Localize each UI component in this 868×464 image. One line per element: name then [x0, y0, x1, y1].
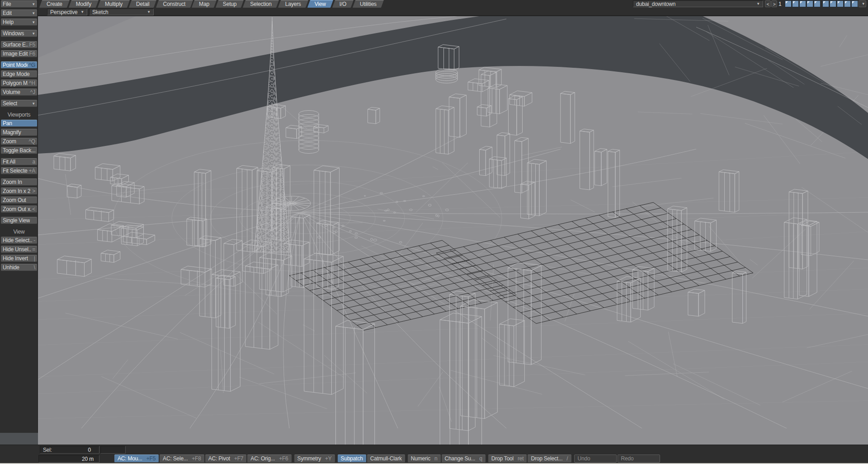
- layer-foreground-marker: [815, 1, 817, 4]
- sidebar-item-zoom[interactable]: Zoom^Q: [1, 138, 37, 145]
- sidebar-item-zoom-out-x[interactable]: Zoom Out x...<: [1, 206, 37, 213]
- tab-construct[interactable]: Construct: [157, 0, 192, 8]
- tool-button-redo[interactable]: Redo: [618, 455, 660, 463]
- prev-layer-bank-button[interactable]: <: [765, 0, 771, 7]
- sidebar-item-select[interactable]: Select▼: [1, 100, 37, 107]
- tool-button-label: Redo: [621, 455, 634, 462]
- sidebar-item-hide-invert[interactable]: Hide Invert|: [1, 255, 37, 262]
- layer-bank-button-5[interactable]: [814, 0, 821, 7]
- tool-button-catmull-clark[interactable]: Catmull-Clark: [367, 455, 405, 463]
- layer-bank-button-7[interactable]: [830, 0, 836, 7]
- sidebar-item-toggle-back[interactable]: Toggle Back...: [1, 147, 37, 154]
- tool-button-numeric[interactable]: Numericn: [408, 455, 441, 463]
- layer-bank-button-6[interactable]: [822, 0, 829, 7]
- tool-button-label: Numeric: [411, 455, 430, 462]
- tab-modify[interactable]: Modify: [70, 0, 97, 8]
- sidebar-item-zoom-in[interactable]: Zoom In: [1, 178, 37, 186]
- sidebar-item-label: Polygon M...: [3, 80, 28, 86]
- sidebar-item-unhide[interactable]: Unhide\: [1, 264, 37, 271]
- shortcut-label: =: [31, 246, 35, 253]
- sidebar-item-fit-all[interactable]: Fit Alla: [1, 158, 37, 165]
- tab-setup[interactable]: Setup: [217, 0, 242, 8]
- render-style-value: Sketch: [92, 9, 108, 15]
- sidebar-item-file[interactable]: File▼: [1, 0, 37, 8]
- layer-bank-button-1[interactable]: [785, 0, 792, 7]
- sidebar-item-surface-e[interactable]: Surface E...F5: [1, 41, 37, 48]
- sidebar-item-hide-select[interactable]: Hide Select...-: [1, 237, 37, 244]
- sidebar-item-label: Zoom: [3, 138, 16, 145]
- tab-label: View: [315, 1, 326, 7]
- layer-bank-button-10[interactable]: [851, 0, 858, 7]
- tool-button-drop-select[interactable]: Drop Select.../: [528, 455, 571, 463]
- sidebar-item-image-edit[interactable]: Image Edit...F6: [1, 50, 37, 57]
- sidebar-item-help[interactable]: Help▼: [1, 19, 37, 26]
- lightwave-modeler-window: { "colors": { "accent_blue": "#5b82ab", …: [0, 0, 868, 464]
- layer-bank-button-3[interactable]: [799, 0, 806, 7]
- render-style-dropdown[interactable]: Sketch ▼: [89, 9, 154, 15]
- tool-button-drop-tool[interactable]: Drop Toolret: [488, 455, 527, 463]
- tool-button-ac-sele[interactable]: AC: Sele...+F8: [160, 455, 204, 463]
- viewport[interactable]: [38, 16, 868, 445]
- sidebar-item-magnify[interactable]: Magnify: [1, 129, 37, 136]
- sidebar-item-windows[interactable]: Windows▼: [1, 30, 37, 37]
- tab-layers[interactable]: Layers: [279, 0, 307, 8]
- tool-button-ac-mou[interactable]: AC: Mou...+F5: [114, 455, 159, 463]
- tab-detail[interactable]: Detail: [130, 0, 155, 8]
- tool-button-symmetry[interactable]: Symmetry+Y: [294, 455, 335, 463]
- sidebar-item-label: Edge Mode: [3, 71, 30, 77]
- sidebar-item-label: Zoom Out x...: [3, 206, 31, 212]
- tool-button-label: Catmull-Clark: [370, 455, 402, 462]
- tab-multiply[interactable]: Multiply: [99, 0, 128, 8]
- sidebar-item-label: File: [3, 1, 11, 7]
- sidebar-item-fit-selected[interactable]: Fit Selected+A: [1, 167, 37, 174]
- sidebar-item-point-mode[interactable]: Point Mode^G: [1, 61, 37, 69]
- layer-bank-button-2[interactable]: [792, 0, 799, 7]
- tool-button-label: Subpatch: [341, 455, 363, 462]
- tool-button-ac-pivot[interactable]: AC: Pivot+F7: [205, 455, 247, 463]
- tab-i-o[interactable]: I/O: [334, 0, 352, 8]
- chevron-down-icon: ▼: [145, 10, 151, 14]
- tab-selection[interactable]: Selection: [244, 0, 278, 8]
- tool-button-subpatch[interactable]: Subpatch: [338, 455, 366, 463]
- sidebar-item-volume[interactable]: Volume^J: [1, 89, 37, 96]
- layer-bank-button-4[interactable]: [807, 0, 813, 7]
- shortcut-label: +F6: [279, 455, 288, 462]
- viewport-canvas[interactable]: [38, 16, 868, 445]
- tool-button-undo[interactable]: Undo: [574, 455, 617, 463]
- tab-label: Setup: [223, 1, 236, 7]
- sidebar-item-single-view[interactable]: Single View: [1, 217, 37, 224]
- sidebar-item-label: Pan: [3, 120, 12, 127]
- tool-button-change-su[interactable]: Change Su...q: [442, 455, 486, 463]
- layer-bank-button-9[interactable]: [844, 0, 851, 7]
- tab-label: Create: [47, 1, 62, 7]
- tab-view[interactable]: View: [309, 0, 332, 8]
- selection-count-field: Sel: 0: [40, 446, 99, 454]
- next-layer-bank-button[interactable]: >: [771, 0, 777, 7]
- sidebar-item-label: Point Mode: [3, 62, 28, 68]
- sidebar-item-hide-unsel[interactable]: Hide Unsel...=: [1, 246, 37, 253]
- shortcut-label: >: [31, 188, 35, 194]
- tool-button-ac-orig[interactable]: AC: Orig...+F6: [247, 455, 291, 463]
- shortcut-label: q: [479, 455, 482, 462]
- tool-button-label: Drop Select...: [531, 455, 562, 462]
- shortcut-label: +F7: [234, 455, 243, 462]
- layer-dropdown-button[interactable]: ▼: [859, 0, 866, 7]
- shortcut-label: \: [33, 264, 35, 271]
- sidebar-item-polygon-m[interactable]: Polygon M...^H: [1, 80, 37, 87]
- sidebar-item-edge-mode[interactable]: Edge Mode: [1, 70, 37, 78]
- tab-utilities[interactable]: Utilities: [354, 0, 382, 8]
- layer-bank-button-8[interactable]: [837, 0, 844, 7]
- chevron-down-icon: ▼: [755, 2, 760, 6]
- sidebar-item-edit[interactable]: Edit▼: [1, 9, 37, 17]
- tab-map[interactable]: Map: [193, 0, 215, 8]
- sidebar-item-zoom-out[interactable]: Zoom Out: [1, 197, 37, 204]
- object-selector-dropdown[interactable]: dubai_downtown ▼: [633, 0, 763, 7]
- layer-foreground-marker: [830, 1, 833, 4]
- sidebar-item-label: Single View: [3, 217, 30, 224]
- tab-create[interactable]: Create: [41, 0, 68, 8]
- sidebar-item-zoom-in-x-2[interactable]: Zoom In x 2>: [1, 187, 37, 195]
- sidebar-item-pan[interactable]: Pan: [1, 120, 37, 127]
- viewport-type-value: Perspective: [50, 9, 78, 15]
- shortcut-label: +Y: [325, 455, 332, 462]
- viewport-type-dropdown[interactable]: Perspective ▼: [47, 9, 87, 15]
